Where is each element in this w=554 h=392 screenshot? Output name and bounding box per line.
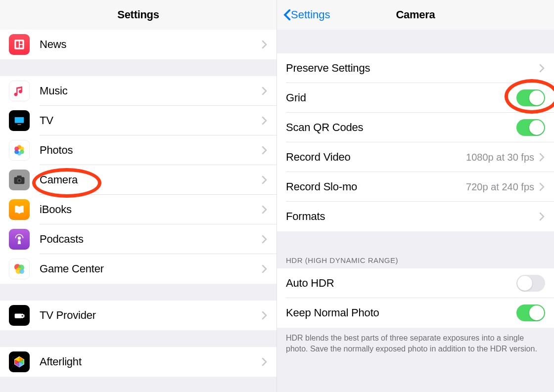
chevron-right-icon bbox=[539, 212, 545, 221]
record-video-label: Record Video bbox=[286, 151, 466, 164]
back-button[interactable]: Settings bbox=[283, 8, 330, 21]
camera-header: Settings Camera bbox=[277, 0, 554, 30]
svg-rect-0 bbox=[14, 40, 24, 49]
settings-title: Settings bbox=[117, 8, 159, 21]
camera-icon bbox=[9, 170, 30, 190]
record-video-value: 1080p at 30 fps bbox=[466, 152, 534, 163]
chevron-right-icon bbox=[262, 40, 268, 49]
grid-toggle[interactable] bbox=[516, 89, 545, 106]
chevron-left-icon bbox=[283, 9, 291, 21]
chevron-right-icon bbox=[262, 235, 268, 244]
camera-group-main: Preserve Settings Grid Scan QR Codes Rec… bbox=[277, 53, 554, 231]
keep-normal-photo-toggle[interactable] bbox=[516, 305, 545, 321]
chevron-right-icon bbox=[262, 116, 268, 125]
tv-icon bbox=[9, 110, 30, 131]
preserve-settings-label: Preserve Settings bbox=[286, 62, 539, 75]
record-slomo-label: Record Slo-mo bbox=[286, 180, 466, 193]
row-podcasts[interactable]: Podcasts bbox=[0, 224, 277, 254]
row-news-label: News bbox=[40, 38, 262, 51]
scan-qr-label: Scan QR Codes bbox=[286, 121, 516, 134]
grid-label: Grid bbox=[286, 91, 516, 104]
chevron-right-icon bbox=[262, 205, 268, 214]
row-podcasts-label: Podcasts bbox=[40, 233, 262, 246]
camera-pane: Settings Camera Preserve Settings Grid S… bbox=[277, 0, 554, 392]
camera-group-hdr: Auto HDR Keep Normal Photo bbox=[277, 268, 554, 328]
settings-group-afterlight: Afterlight bbox=[0, 347, 277, 377]
keep-normal-photo-label: Keep Normal Photo bbox=[286, 306, 516, 319]
row-record-video[interactable]: Record Video 1080p at 30 fps bbox=[277, 142, 554, 172]
photos-icon bbox=[9, 140, 30, 161]
svg-rect-2 bbox=[18, 124, 21, 125]
chevron-right-icon bbox=[539, 182, 545, 191]
row-afterlight-label: Afterlight bbox=[40, 355, 262, 368]
afterlight-icon bbox=[9, 351, 30, 372]
row-tv-label: TV bbox=[40, 114, 262, 127]
svg-rect-1 bbox=[15, 117, 24, 123]
row-ibooks-label: iBooks bbox=[40, 203, 262, 216]
auto-hdr-label: Auto HDR bbox=[286, 277, 516, 290]
row-afterlight[interactable]: Afterlight bbox=[0, 347, 277, 377]
row-grid[interactable]: Grid bbox=[277, 83, 554, 113]
settings-group-tvprovider: TV Provider bbox=[0, 301, 277, 330]
chevron-right-icon bbox=[262, 264, 268, 273]
news-icon bbox=[9, 34, 30, 55]
row-tvprovider[interactable]: TV Provider bbox=[0, 301, 277, 330]
back-label: Settings bbox=[291, 8, 330, 21]
row-record-slomo[interactable]: Record Slo-mo 720p at 240 fps bbox=[277, 172, 554, 202]
row-camera-label: Camera bbox=[40, 174, 262, 186]
hdr-section-header: HDR (HIGH DYNAMIC RANGE) bbox=[277, 251, 554, 268]
camera-title: Camera bbox=[396, 8, 435, 21]
music-icon bbox=[9, 81, 30, 101]
row-gamecenter[interactable]: Game Center bbox=[0, 254, 277, 284]
row-music[interactable]: Music bbox=[0, 76, 277, 106]
auto-hdr-toggle[interactable] bbox=[516, 275, 545, 292]
chevron-right-icon bbox=[262, 146, 268, 155]
row-keep-normal-photo[interactable]: Keep Normal Photo bbox=[277, 298, 554, 328]
svg-point-17 bbox=[19, 269, 24, 274]
chevron-right-icon bbox=[262, 87, 268, 95]
row-camera[interactable]: Camera bbox=[0, 165, 277, 195]
chevron-right-icon bbox=[262, 175, 268, 184]
row-preserve-settings[interactable]: Preserve Settings bbox=[277, 53, 554, 83]
svg-point-11 bbox=[18, 179, 21, 182]
row-music-label: Music bbox=[40, 85, 262, 97]
scan-qr-toggle[interactable] bbox=[516, 119, 545, 136]
svg-point-13 bbox=[18, 237, 21, 240]
svg-rect-12 bbox=[17, 175, 21, 177]
settings-header: Settings bbox=[0, 0, 277, 30]
settings-group-news: News bbox=[0, 30, 277, 59]
gamecenter-icon bbox=[9, 259, 30, 279]
row-tvprovider-label: TV Provider bbox=[40, 309, 262, 322]
settings-pane: Settings News Music TV bbox=[0, 0, 277, 392]
chevron-right-icon bbox=[262, 311, 268, 320]
settings-group-media: Music TV Photos Camera bbox=[0, 76, 277, 284]
chevron-right-icon bbox=[262, 357, 268, 366]
row-photos-label: Photos bbox=[40, 144, 262, 157]
row-gamecenter-label: Game Center bbox=[40, 262, 262, 275]
row-formats[interactable]: Formats bbox=[277, 202, 554, 231]
row-tv[interactable]: TV bbox=[0, 106, 277, 135]
chevron-right-icon bbox=[539, 153, 545, 162]
row-scan-qr[interactable]: Scan QR Codes bbox=[277, 113, 554, 142]
row-photos[interactable]: Photos bbox=[0, 135, 277, 165]
row-auto-hdr[interactable]: Auto HDR bbox=[277, 268, 554, 298]
svg-rect-18 bbox=[15, 314, 22, 318]
podcasts-icon bbox=[9, 229, 30, 250]
row-news[interactable]: News bbox=[0, 30, 277, 59]
formats-label: Formats bbox=[286, 210, 539, 223]
chevron-right-icon bbox=[539, 64, 545, 73]
ibooks-icon bbox=[9, 199, 30, 220]
tvprovider-icon bbox=[9, 305, 30, 326]
svg-point-8 bbox=[14, 147, 19, 151]
hdr-footer-note: HDR blends the best parts of three separ… bbox=[277, 328, 554, 359]
row-ibooks[interactable]: iBooks bbox=[0, 195, 277, 224]
record-slomo-value: 720p at 240 fps bbox=[466, 181, 534, 193]
